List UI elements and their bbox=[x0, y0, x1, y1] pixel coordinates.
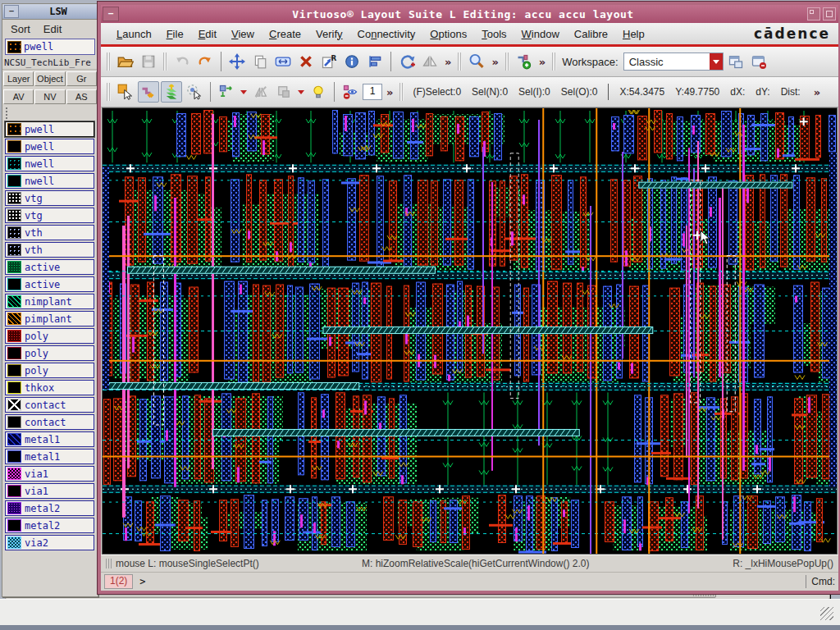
toolbar-grip[interactable] bbox=[505, 52, 509, 71]
lsw-current-layer[interactable]: pwell bbox=[5, 39, 95, 55]
tab-windows-icon[interactable] bbox=[725, 51, 746, 72]
layer-item-via1[interactable]: via1 bbox=[5, 483, 94, 499]
layer-item-pwell[interactable]: pwell bbox=[5, 121, 94, 137]
layer-item-metal1[interactable]: metal1 bbox=[5, 449, 94, 464]
toolbar-overflow-chevron[interactable]: » bbox=[536, 56, 548, 68]
lsw-button-as[interactable]: AS bbox=[66, 89, 97, 104]
resize-grip-icon[interactable] bbox=[820, 607, 833, 620]
layer-item-via1[interactable]: via1 bbox=[5, 466, 94, 482]
menu-edit[interactable]: Edit bbox=[191, 25, 224, 43]
menu-verify[interactable]: Verify bbox=[308, 25, 350, 43]
mouse-number-field[interactable]: 1 bbox=[363, 84, 382, 100]
toolbar-overflow-chevron[interactable]: » bbox=[442, 56, 454, 68]
toolbar-overflow-chevron[interactable]: » bbox=[811, 86, 823, 98]
merge-icon[interactable] bbox=[273, 81, 294, 103]
layer-item-poly[interactable]: poly bbox=[5, 345, 94, 361]
hint-bulb-icon[interactable] bbox=[308, 81, 329, 103]
save-icon[interactable] bbox=[138, 51, 159, 72]
lsw-tab-gr[interactable]: Gr bbox=[66, 71, 97, 86]
layer-item-via2[interactable]: via2 bbox=[5, 535, 94, 550]
layer-item-vth[interactable]: vth bbox=[5, 225, 94, 240]
layer-stack-icon[interactable] bbox=[161, 81, 182, 103]
zoom-icon[interactable] bbox=[466, 51, 487, 72]
window-restore-button[interactable] bbox=[807, 7, 820, 21]
menu-calibre[interactable]: Calibre bbox=[567, 25, 615, 43]
layer-item-contact[interactable]: contact bbox=[5, 397, 94, 413]
toolbar-grip[interactable] bbox=[107, 52, 111, 71]
lsw-list-grip[interactable] bbox=[6, 107, 9, 119]
undo-icon[interactable] bbox=[171, 51, 193, 72]
layer-item-nimplant[interactable]: nimplant bbox=[5, 294, 94, 309]
lsw-menu-edit[interactable]: Edit bbox=[43, 23, 62, 35]
layer-item-vth[interactable]: vth bbox=[5, 242, 94, 258]
layer-item-nwell[interactable]: nwell bbox=[5, 156, 94, 171]
snap-mode-icon[interactable] bbox=[216, 81, 237, 103]
toolbar-grip[interactable] bbox=[163, 52, 167, 71]
layer-item-metal1[interactable]: metal1 bbox=[5, 431, 94, 447]
menu-window[interactable]: Window bbox=[514, 25, 567, 43]
move-icon[interactable] bbox=[226, 51, 248, 72]
redo-icon[interactable] bbox=[194, 51, 216, 72]
layer-item-active[interactable]: active bbox=[5, 259, 94, 275]
align-icon[interactable] bbox=[364, 51, 386, 72]
select-mode-icon[interactable] bbox=[115, 81, 136, 103]
layer-item-metal2[interactable]: metal2 bbox=[5, 500, 94, 516]
menu-tools[interactable]: Tools bbox=[474, 25, 514, 43]
info-icon[interactable] bbox=[341, 51, 363, 72]
layer-item-nwell[interactable]: nwell bbox=[5, 173, 94, 189]
dropdown-arrow-icon[interactable] bbox=[298, 90, 304, 94]
stretch-icon[interactable] bbox=[272, 51, 294, 72]
toolbar-grip[interactable] bbox=[552, 52, 556, 71]
menu-options[interactable]: Options bbox=[422, 25, 474, 43]
probe-visibility-icon[interactable] bbox=[340, 81, 361, 103]
partial-select-icon[interactable] bbox=[138, 81, 159, 103]
layer-item-active[interactable]: active bbox=[5, 276, 94, 292]
toolbar-grip[interactable] bbox=[458, 52, 462, 71]
layer-item-contact[interactable]: contact bbox=[5, 414, 94, 430]
create-route-icon[interactable] bbox=[514, 51, 535, 72]
lsw-tab-object[interactable]: Object bbox=[34, 71, 65, 86]
toolbar-grip[interactable] bbox=[399, 83, 404, 101]
delete-icon[interactable] bbox=[295, 51, 317, 72]
menu-help[interactable]: Help bbox=[615, 25, 652, 43]
toolbar-overflow-chevron[interactable]: » bbox=[489, 56, 500, 68]
menu-file[interactable]: File bbox=[159, 25, 191, 43]
window-maximize-button[interactable] bbox=[823, 7, 836, 21]
layer-item-pwell[interactable]: pwell bbox=[5, 139, 94, 154]
toolbar-grip[interactable] bbox=[107, 83, 111, 101]
layer-item-thkox[interactable]: thkox bbox=[5, 380, 94, 395]
copy-icon[interactable] bbox=[249, 51, 271, 72]
menu-create[interactable]: Create bbox=[262, 25, 308, 43]
layer-item-vtg[interactable]: vtg bbox=[5, 190, 94, 206]
layer-item-metal2[interactable]: metal2 bbox=[5, 518, 94, 533]
select-area-icon[interactable] bbox=[184, 81, 205, 103]
toolbar-overflow-chevron[interactable]: » bbox=[384, 86, 395, 98]
layout-canvas[interactable] bbox=[103, 108, 837, 554]
history-counter[interactable]: 1(2) bbox=[104, 574, 133, 589]
command-line[interactable]: 1(2) > Cmd: bbox=[101, 572, 838, 591]
menu-view[interactable]: View bbox=[224, 25, 262, 43]
window-titlebar[interactable]: – Virtuoso® Layout Suite L Editing: accu… bbox=[101, 5, 838, 23]
workspace-combobox[interactable]: Classic bbox=[623, 52, 724, 71]
lsw-button-nv[interactable]: NV bbox=[34, 89, 65, 104]
flip-horizontal-icon[interactable] bbox=[419, 51, 441, 72]
window-minimize-button[interactable]: – bbox=[103, 7, 119, 21]
dropdown-arrow-icon[interactable] bbox=[240, 90, 247, 94]
lsw-minimize-button[interactable]: – bbox=[4, 5, 19, 18]
lsw-button-av[interactable]: AV bbox=[3, 89, 34, 104]
menu-launch[interactable]: Launch bbox=[109, 25, 159, 43]
properties-icon[interactable]: R bbox=[318, 51, 340, 72]
layout-view[interactable] bbox=[102, 107, 838, 555]
layer-item-pimplant[interactable]: pimplant bbox=[5, 311, 94, 326]
layer-item-poly[interactable]: poly bbox=[5, 363, 94, 378]
rotate-icon[interactable] bbox=[396, 51, 418, 72]
open-icon[interactable] bbox=[115, 51, 136, 72]
split-icon[interactable] bbox=[250, 81, 272, 103]
lsw-tab-layer[interactable]: Layer bbox=[3, 71, 34, 86]
menu-connectivity[interactable]: Connectivity bbox=[350, 25, 423, 43]
workspace-dropdown-button[interactable] bbox=[710, 53, 723, 70]
lsw-menu-sort[interactable]: Sort bbox=[11, 23, 30, 35]
layer-item-vtg[interactable]: vtg bbox=[5, 208, 94, 223]
hide-windows-icon[interactable] bbox=[748, 51, 769, 72]
layer-item-poly[interactable]: poly bbox=[5, 328, 94, 344]
